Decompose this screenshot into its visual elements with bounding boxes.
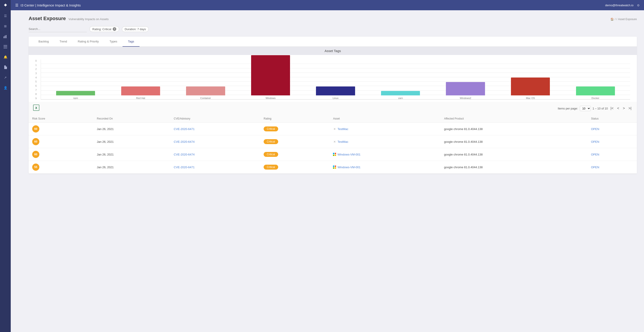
asset-link[interactable]: ✕ TestMac (333, 140, 437, 143)
cell-rating: Critical (260, 135, 330, 148)
table-row: 60Jan 26, 2021CVE-2020-6474Critical✕ Tes… (28, 135, 637, 148)
risk-badge: 60 (32, 151, 39, 158)
external-link-icon[interactable]: ↗ (2, 74, 8, 81)
rating-badge: Critical (264, 152, 278, 157)
bell-icon[interactable]: 🔔 (2, 54, 8, 60)
bar-chart-icon[interactable] (2, 33, 8, 39)
search-input[interactable] (28, 26, 87, 32)
bar-label: Red Hat (136, 97, 145, 99)
pagination-info: 1 – 10 of 10 (592, 107, 608, 110)
items-per-page-label: Items per page: (558, 107, 578, 110)
asset-link[interactable]: Windows-VM-001 (333, 153, 437, 156)
cell-risk-score: 60 (28, 135, 93, 148)
app-logo: ◈ (4, 3, 7, 7)
bar-redhat[interactable] (121, 86, 160, 95)
bar-docker[interactable] (576, 86, 615, 95)
cell-asset: Windows-VM-001 (330, 161, 440, 174)
cell-cve: CVE-2020-6474 (170, 148, 260, 161)
bar-label: Mac OS (526, 97, 535, 99)
bar-yarn[interactable] (381, 91, 420, 95)
items-per-page-select[interactable]: 10 25 50 (580, 106, 591, 111)
cve-link[interactable]: CVE-2020-6471 (174, 166, 194, 169)
cell-status: OPEN (588, 148, 637, 161)
excel-export-button[interactable]: X (33, 105, 39, 112)
breadcrumb: 🏠 / / Asset Exposure (610, 18, 637, 21)
bar-linux[interactable] (316, 86, 355, 95)
cell-recorded-on: Jan 26, 2021 (93, 148, 170, 161)
col-recorded-on: Recorded On (93, 115, 170, 123)
cve-link[interactable]: CVE-2020-6471 (174, 127, 194, 131)
filter-rating-critical[interactable]: Rating: Critical ✕ (90, 26, 119, 32)
remove-filter-icon[interactable]: ✕ (113, 27, 116, 31)
col-asset: Asset (330, 115, 440, 123)
last-page-button[interactable]: >| (628, 106, 632, 111)
cve-link[interactable]: CVE-2020-6474 (174, 140, 194, 143)
col-rating: Rating (260, 115, 330, 123)
bar-windows2[interactable] (446, 82, 485, 95)
prev-page-button[interactable]: < (616, 106, 620, 111)
cve-link[interactable]: CVE-2020-6474 (174, 153, 194, 156)
svg-text:X: X (35, 106, 37, 110)
cell-cve: CVE-2020-6474 (170, 135, 260, 148)
bar-group-docker: Docker (563, 86, 628, 99)
page-title: Asset Exposure (28, 16, 66, 21)
main-card: Backlog Trend Rating & Priority Types Ta… (28, 37, 637, 174)
svg-rect-5 (4, 48, 7, 48)
col-cve: CVE/Advisory (170, 115, 260, 123)
bar-label: Container (200, 97, 211, 99)
grid-icon[interactable]: ⊞ (2, 23, 8, 29)
tab-trend[interactable]: Trend (54, 37, 72, 47)
cell-status: OPEN (588, 123, 637, 135)
user-circle-icon[interactable]: 👤 (2, 85, 8, 91)
cell-affected-product: google chrome 81.0.4044.138 (440, 148, 588, 161)
document-icon[interactable] (2, 64, 8, 70)
tab-tags[interactable]: Tags (122, 37, 139, 47)
bar-label: Docker (592, 97, 599, 99)
menu-button[interactable]: ☰ (15, 3, 18, 7)
filter-label: Rating: Critical (92, 27, 111, 31)
tab-rating-priority[interactable]: Rating & Priority (72, 37, 104, 47)
table-row: 55Jan 26, 2021CVE-2020-6471Critical Wind… (28, 161, 637, 174)
table-toolbar: X Items per page: 10 25 50 1 – 10 of 10 … (28, 102, 637, 115)
bar-windows[interactable] (251, 55, 290, 95)
svg-rect-4 (4, 46, 7, 47)
bar-label: Linux (332, 97, 338, 99)
topbar-right: demo@threatwatch.io ⊙ (605, 3, 640, 7)
share-icon[interactable]: ⊙ (637, 3, 640, 7)
first-page-button[interactable]: |< (610, 106, 614, 111)
bar-group-redhat: Red Hat (108, 86, 173, 99)
asset-link[interactable]: Windows-VM-001 (333, 166, 437, 169)
filter-duration[interactable]: Duration: 7 days (122, 26, 149, 32)
main-content: Asset Exposure Vulnerability Impacts on … (22, 10, 644, 332)
col-status: Status (588, 115, 637, 123)
cell-affected-product: google chrome 81.0.4044.138 (440, 135, 588, 148)
col-affected-product: Affected Product (440, 115, 588, 123)
cell-rating: Critical (260, 148, 330, 161)
rating-badge: Critical (264, 126, 278, 131)
bar-macos[interactable] (511, 77, 550, 95)
list-icon[interactable] (2, 43, 8, 50)
breadcrumb-current: Asset Exposure (618, 18, 637, 21)
asset-link[interactable]: ✕ TestMac (333, 127, 437, 131)
chart-bars: npmRed HatContainerWindowsLinuxyarnWindo… (41, 59, 630, 100)
filter-duration-label: Duration: 7 days (125, 27, 146, 31)
breadcrumb-home[interactable]: 🏠 (610, 18, 614, 21)
tab-types[interactable]: Types (104, 37, 123, 47)
mac-icon: ✕ (333, 140, 336, 143)
cell-risk-score: 60 (28, 148, 93, 161)
next-page-button[interactable]: > (622, 106, 626, 111)
bar-npm[interactable] (56, 91, 95, 95)
risk-badge: 55 (32, 164, 39, 171)
cell-asset: ✕ TestMac (330, 123, 440, 135)
sidebar: ◈ ☰ ⊞ 🔔 ↗ 👤 (0, 0, 11, 332)
cell-cve: CVE-2020-6471 (170, 161, 260, 174)
hamburger-icon[interactable]: ☰ (2, 13, 8, 19)
bar-label: yarn (398, 97, 403, 99)
windows-icon (333, 166, 336, 169)
tab-backlog[interactable]: Backlog (33, 37, 54, 47)
bar-group-npm: npm (43, 91, 108, 99)
bar-group-windows: Windows (238, 55, 303, 99)
status-badge: OPEN (591, 127, 599, 131)
filters-row: Rating: Critical ✕ Duration: 7 days (28, 26, 637, 32)
bar-container[interactable] (186, 86, 225, 95)
